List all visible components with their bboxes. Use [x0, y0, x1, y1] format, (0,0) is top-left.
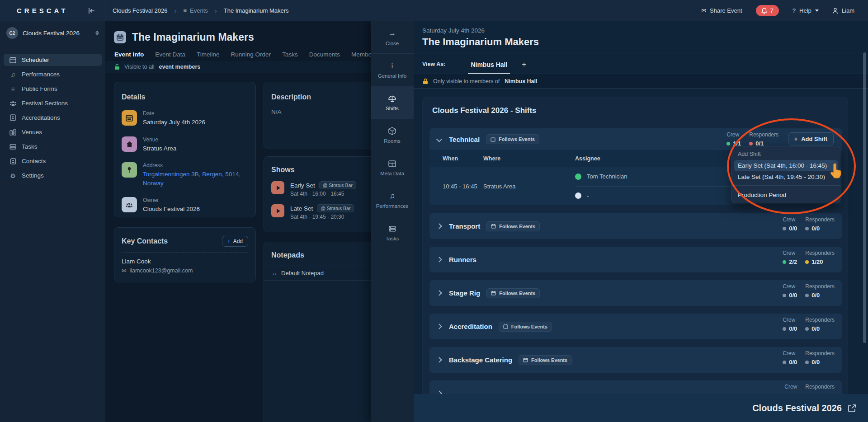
sidebar-item-contacts[interactable]: Contacts	[4, 155, 102, 167]
status-dot-gray	[783, 361, 786, 364]
gear-icon: ⚙	[9, 172, 17, 179]
detail-value-owner: Clouds Festival 2026	[143, 205, 200, 214]
shift-group-header[interactable]: Stage Rig Follows Events Crew 0/0 Respo	[429, 280, 842, 306]
tab-tasks[interactable]: Tasks	[282, 51, 298, 62]
show-item-late-set[interactable]: Late Set @ Stratus Bar Sat 4th - 19:45 -…	[271, 204, 371, 220]
dropdown-item-production-period[interactable]: Production Period	[732, 188, 840, 200]
org-name: Clouds Festival 2026	[23, 30, 91, 37]
topbar: CRESCAT Clouds Festival 2026 › ≡ Events …	[0, 0, 868, 21]
org-switch-icon	[95, 31, 99, 35]
grid-icon	[388, 159, 396, 168]
add-contact-button[interactable]: + Add	[222, 236, 248, 247]
avatar-dot-green	[575, 173, 581, 180]
breadcrumb-separator: ›	[174, 7, 176, 14]
add-view-button[interactable]: +	[522, 60, 526, 69]
address-link[interactable]: Torgalmenningen 3B, Bergen, 5014, Norway	[143, 170, 248, 188]
dropdown-item-early-set[interactable]: Early Set (Sat 4th, 16:00 - 16:45)	[734, 160, 838, 171]
status-dot-gray	[805, 327, 809, 331]
sidebar-item-tasks[interactable]: Tasks	[4, 141, 102, 153]
calendar-icon	[503, 324, 508, 329]
crew-cluster: Crew 0/0 Responders 0/0	[783, 317, 835, 332]
drawer-rail: → Close i General Info Shifts Rooms Meta…	[371, 21, 414, 422]
shifts-panel: Saturday July 4th 2026 The Imaginarium M…	[414, 21, 868, 422]
list-icon: ≡	[9, 85, 17, 93]
notepad-editor[interactable]	[264, 281, 371, 416]
view-tab-nimbus-hall[interactable]: Nimbus Hall	[468, 61, 510, 74]
rail-item-general-info[interactable]: i General Info	[371, 54, 414, 86]
shift-group-backstage-catering: Backstage Catering Follows Events Crew 0…	[429, 347, 842, 373]
lock-icon	[423, 78, 428, 84]
details-title: Details	[122, 93, 248, 101]
notepad-selector[interactable]: ↔ Default Notepad	[264, 266, 371, 281]
sidebar-collapse-button[interactable]	[87, 6, 97, 16]
add-shift-button[interactable]: + Add Shift	[788, 132, 834, 145]
collapse-sidebar-icon	[89, 8, 95, 14]
sidebar-item-festival-sections[interactable]: Festival Sections	[4, 97, 102, 109]
home-icon	[122, 136, 137, 152]
scrollbar-thumb[interactable]	[863, 52, 866, 343]
description-title: Description	[271, 93, 371, 101]
shows-card: Shows Early Set @ Stratus Bar Sat 4th - …	[264, 156, 371, 232]
chevron-down-icon	[815, 9, 819, 12]
plus-icon: +	[794, 136, 798, 142]
shift-group-header[interactable]: Transport Follows Events Crew 0/0 Respo	[429, 213, 842, 239]
rail-item-shifts[interactable]: Shifts	[371, 86, 414, 119]
rail-item-close[interactable]: → Close	[371, 21, 414, 54]
tab-event-info[interactable]: Event Info	[114, 51, 144, 62]
status-dot-red	[749, 142, 753, 145]
rail-item-performances[interactable]: ♫ Performances	[371, 184, 414, 216]
shift-group-header[interactable]: Accreditation Follows Events Crew 0/0 R	[429, 314, 842, 339]
envelope-icon: ✉	[122, 267, 126, 274]
tab-event-data[interactable]: Event Data	[155, 51, 185, 62]
dropdown-item-late-set[interactable]: Late Set (Sat 4th, 19:45 - 20:30)	[732, 171, 840, 183]
user-menu[interactable]: Liam	[832, 7, 854, 14]
show-time: Sat 4th - 19:45 - 20:30	[290, 214, 354, 220]
show-item-early-set[interactable]: Early Set @ Stratus Bar Sat 4th - 16:00 …	[271, 181, 371, 197]
shift-group-accreditation: Accreditation Follows Events Crew 0/0 R	[429, 314, 842, 339]
calendar-icon	[491, 291, 496, 295]
tab-documents[interactable]: Documents	[309, 51, 340, 62]
contact-item[interactable]: Liam Cook ✉ liamcook123@gmail.com	[122, 258, 248, 274]
notifications-button[interactable]: 7	[756, 5, 779, 16]
crew-cluster: Crew Responders	[784, 384, 835, 390]
breadcrumb-events[interactable]: ≡ Events	[183, 7, 208, 14]
sidebar-item-accreditations[interactable]: Accreditations	[4, 112, 102, 124]
panel-event-date: Saturday July 4th 2026	[422, 27, 485, 34]
detail-label: Venue	[143, 136, 176, 143]
cube-icon	[388, 127, 396, 136]
rail-item-meta-data[interactable]: Meta Data	[371, 151, 414, 184]
tab-running-order[interactable]: Running Order	[231, 51, 271, 62]
shift-group-header[interactable]: Runners Crew 2/2 Responders 1/20	[429, 247, 842, 272]
users-icon	[9, 100, 17, 106]
notepads-title: Notepads	[264, 251, 371, 259]
share-event-button[interactable]: ✉ Share Event	[701, 7, 742, 14]
music-icon: ♫	[389, 192, 395, 201]
sidebar-item-scheduler[interactable]: Scheduler	[4, 54, 102, 66]
breadcrumb-festival[interactable]: Clouds Festival 2026	[113, 7, 167, 14]
shift-group-header[interactable]: Backstage Catering Follows Events Crew 0…	[429, 347, 842, 373]
brand-zone: CRESCAT	[0, 0, 105, 21]
rail-item-tasks[interactable]: Tasks	[371, 216, 414, 249]
rail-item-rooms[interactable]: Rooms	[371, 119, 414, 151]
sidebar-item-public-forms[interactable]: ≡ Public Forms	[4, 83, 102, 95]
footer-festival-link[interactable]: Clouds Festival 2026	[752, 403, 842, 413]
tab-timeline[interactable]: Timeline	[197, 51, 220, 62]
sidebar-item-settings[interactable]: ⚙ Settings	[4, 169, 102, 182]
event-drawer: → Close i General Info Shifts Rooms Meta…	[371, 21, 868, 422]
tab-members[interactable]: Members	[351, 51, 371, 62]
info-icon: i	[391, 61, 393, 70]
detail-value-venue: Stratus Area	[143, 144, 176, 153]
breadcrumb-event[interactable]: The Imaginarium Makers	[224, 7, 289, 14]
music-icon: ♫	[9, 71, 17, 78]
plus-icon: +	[227, 238, 231, 244]
sidebar-item-performances[interactable]: ♫ Performances	[4, 68, 102, 80]
sidebar-item-venues[interactable]: Venues	[4, 126, 102, 138]
key-contacts-card: Key Contacts + Add Liam Cook ✉ liamcook1…	[114, 227, 256, 282]
help-menu[interactable]: ? Help	[793, 7, 819, 14]
status-dot-green	[726, 142, 730, 145]
map-pin-icon	[122, 162, 137, 178]
crew-cluster: Crew 0/0 Responders 0/0	[783, 283, 835, 299]
org-switcher[interactable]: C2 Clouds Festival 2026	[0, 21, 105, 45]
event-tabs: Event Info Event Data Timeline Running O…	[114, 51, 371, 62]
external-link-icon[interactable]	[848, 404, 856, 413]
